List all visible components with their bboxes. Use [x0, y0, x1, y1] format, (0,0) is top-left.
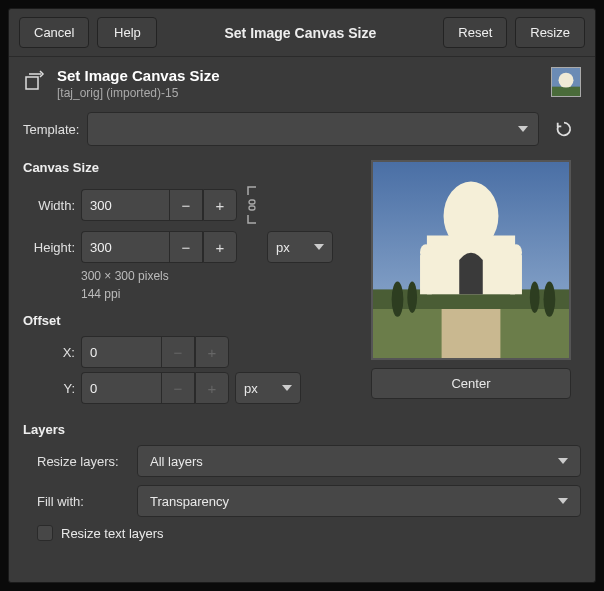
pixel-dimensions: 300 × 300 pixels: [81, 267, 351, 285]
template-combo[interactable]: [87, 112, 539, 146]
preview-canvas[interactable]: [371, 160, 571, 360]
canvas-unit-combo[interactable]: px: [267, 231, 333, 263]
layers-heading: Layers: [23, 422, 581, 437]
svg-point-21: [544, 282, 556, 317]
chain-bottom-icon: [246, 215, 258, 225]
offset-unit-combo[interactable]: px: [235, 372, 301, 404]
fill-with-value: Transparency: [150, 494, 229, 509]
fill-with-label: Fill with:: [37, 494, 127, 509]
chevron-down-icon: [558, 458, 568, 464]
reset-button[interactable]: Reset: [443, 17, 507, 48]
chevron-down-icon: [282, 385, 292, 391]
svg-rect-17: [459, 260, 483, 294]
resize-text-checkbox[interactable]: [37, 525, 53, 541]
resize-layers-label: Resize layers:: [37, 454, 127, 469]
chain-link-icon: [245, 198, 259, 212]
offset-unit-value: px: [244, 381, 258, 396]
width-decrement[interactable]: −: [169, 189, 203, 221]
header-title: Set Image Canvas Size: [57, 67, 220, 84]
offset-x-input[interactable]: [81, 336, 161, 368]
svg-rect-2: [552, 87, 580, 96]
svg-rect-4: [561, 80, 570, 87]
template-reset-button[interactable]: [547, 112, 581, 146]
chevron-down-icon: [518, 126, 528, 132]
svg-rect-9: [442, 307, 501, 358]
help-button[interactable]: Help: [97, 17, 157, 48]
width-label: Width:: [23, 198, 75, 213]
refresh-icon: [555, 120, 573, 138]
height-label: Height:: [23, 240, 75, 255]
offset-x-label: X:: [23, 345, 75, 360]
svg-point-20: [530, 282, 540, 313]
chain-top-icon: [246, 185, 258, 195]
svg-point-16: [510, 244, 522, 260]
canvas-size-heading: Canvas Size: [23, 160, 351, 175]
canvas-size-dialog: Cancel Help Set Image Canvas Size Reset …: [8, 8, 596, 583]
svg-rect-13: [420, 255, 432, 294]
svg-point-19: [407, 282, 417, 313]
titlebar: Cancel Help Set Image Canvas Size Reset …: [9, 9, 595, 57]
svg-rect-14: [510, 255, 522, 294]
resize-layers-combo[interactable]: All layers: [137, 445, 581, 477]
fill-with-combo[interactable]: Transparency: [137, 485, 581, 517]
resize-layers-value: All layers: [150, 454, 203, 469]
offset-x-decrement[interactable]: −: [161, 336, 195, 368]
svg-rect-0: [26, 77, 38, 89]
canvas-resize-icon: [23, 69, 47, 93]
offset-y-label: Y:: [23, 381, 75, 396]
chevron-down-icon: [314, 244, 324, 250]
template-label: Template:: [23, 122, 79, 137]
header-subtitle: [taj_orig] (imported)-15: [57, 86, 220, 100]
svg-point-18: [392, 282, 404, 317]
svg-point-15: [420, 244, 432, 260]
height-input[interactable]: [81, 231, 169, 263]
canvas-unit-value: px: [276, 240, 290, 255]
link-toggle[interactable]: [243, 183, 261, 227]
ppi-value: 144 ppi: [81, 285, 351, 303]
height-increment[interactable]: +: [203, 231, 237, 263]
center-button[interactable]: Center: [371, 368, 571, 399]
resize-button[interactable]: Resize: [515, 17, 585, 48]
svg-rect-5: [249, 200, 255, 204]
offset-y-decrement[interactable]: −: [161, 372, 195, 404]
width-increment[interactable]: +: [203, 189, 237, 221]
dialog-title: Set Image Canvas Size: [165, 25, 435, 41]
chevron-down-icon: [558, 498, 568, 504]
thumbnail: [551, 67, 581, 97]
height-decrement[interactable]: −: [169, 231, 203, 263]
svg-rect-6: [249, 206, 255, 210]
offset-y-increment[interactable]: +: [195, 372, 229, 404]
offset-heading: Offset: [23, 313, 351, 328]
offset-y-input[interactable]: [81, 372, 161, 404]
width-input[interactable]: [81, 189, 169, 221]
cancel-button[interactable]: Cancel: [19, 17, 89, 48]
offset-x-increment[interactable]: +: [195, 336, 229, 368]
resize-text-label: Resize text layers: [61, 526, 164, 541]
